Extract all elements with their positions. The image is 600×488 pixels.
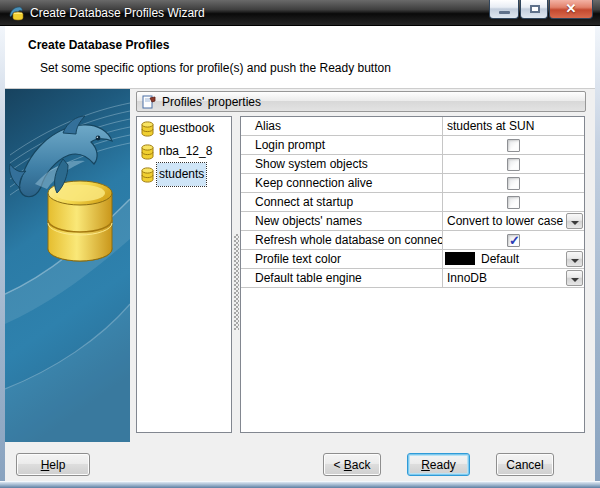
window-title: Create Database Profiles Wizard (30, 6, 205, 20)
list-item-guestbook[interactable]: guestbook (137, 117, 231, 140)
maximize-button[interactable] (520, 0, 548, 19)
new-objects-names-combobox[interactable]: Convert to lower case (443, 212, 584, 230)
profile-name: students (157, 163, 206, 186)
default-table-engine-combobox[interactable]: InnoDB (443, 269, 584, 287)
list-item-nba-12-8[interactable]: nba_12_8 (137, 140, 231, 163)
client-area: Create Database Profiles Set some specif… (5, 26, 595, 481)
table-row-default-table-engine: Default table engine InnoDB (241, 269, 584, 288)
ready-button[interactable]: Ready (407, 453, 470, 476)
color-swatch (445, 252, 475, 265)
alias-value-field[interactable]: students at SUN (443, 117, 584, 135)
profile-name: guestbook (159, 117, 214, 140)
combobox-value: Convert to lower case (443, 212, 563, 230)
dropdown-button[interactable] (566, 270, 583, 286)
splitter-handle[interactable] (233, 116, 240, 433)
keep-connection-alive-checkbox[interactable] (507, 177, 520, 190)
profile-name: nba_12_8 (159, 140, 212, 163)
page-subtitle: Set some specific options for profile(s)… (40, 61, 391, 75)
wizard-header: Create Database Profiles Set some specif… (5, 26, 595, 89)
property-label: Connect at startup (241, 193, 443, 211)
wizard-window: Create Database Profiles Wizard ✕ Create… (0, 0, 600, 488)
help-button[interactable]: Help (16, 453, 90, 476)
profile-text-color-combobox[interactable]: Default (443, 250, 584, 268)
show-system-objects-cell (443, 155, 584, 173)
property-label: Alias (241, 117, 443, 135)
properties-table: Alias students at SUN Login prompt Show … (240, 116, 585, 433)
keep-connection-alive-cell (443, 174, 584, 192)
refresh-database-cell (443, 231, 584, 249)
combobox-value: InnoDB (443, 269, 487, 287)
splitter-grip-dots (234, 234, 239, 330)
table-row-alias: Alias students at SUN (241, 117, 584, 136)
chevron-down-icon (571, 221, 579, 225)
sidebar-artwork-dolphin-logo (5, 89, 130, 442)
table-row-login-prompt: Login prompt (241, 136, 584, 155)
combobox-value: Default (481, 252, 519, 266)
database-icon (141, 121, 154, 137)
page-title: Create Database Profiles (28, 38, 169, 52)
refresh-database-checkbox[interactable] (507, 234, 520, 247)
window-border-left (0, 26, 5, 488)
chevron-down-icon (571, 259, 579, 263)
table-row-connect-at-startup: Connect at startup (241, 193, 584, 212)
property-label: Show system objects (241, 155, 443, 173)
table-row-profile-text-color: Profile text color Default (241, 250, 584, 269)
back-button[interactable]: < Back (323, 453, 381, 476)
close-button[interactable]: ✕ (549, 0, 593, 19)
database-icon (141, 167, 154, 183)
profiles-list[interactable]: guestbook nba_12_8 students (136, 116, 232, 433)
property-label: Keep connection alive (241, 174, 443, 192)
window-border-right (595, 26, 600, 488)
window-border-bottom (0, 481, 600, 488)
table-row-keep-connection-alive: Keep connection alive (241, 174, 584, 193)
table-row-show-system-objects: Show system objects (241, 155, 584, 174)
alias-value-text: students at SUN (447, 119, 534, 133)
properties-panel-title: Profiles' properties (162, 95, 261, 109)
minimize-button[interactable] (489, 0, 519, 19)
minimize-icon (499, 11, 510, 14)
table-row-new-objects-names: New objects' names Convert to lower case (241, 212, 584, 231)
connect-at-startup-cell (443, 193, 584, 211)
chevron-down-icon (571, 278, 579, 282)
database-icon (141, 144, 154, 160)
app-dolphin-icon (8, 5, 24, 21)
titlebar[interactable]: Create Database Profiles Wizard ✕ (0, 0, 600, 26)
property-label: Refresh whole database on connect (241, 231, 443, 249)
maximize-icon (530, 5, 540, 13)
connect-at-startup-checkbox[interactable] (507, 196, 520, 209)
cancel-button[interactable]: Cancel (496, 453, 554, 476)
property-label: Default table engine (241, 269, 443, 287)
login-prompt-cell (443, 136, 584, 154)
login-prompt-checkbox[interactable] (507, 139, 520, 152)
table-row-refresh-whole-database: Refresh whole database on connect (241, 231, 584, 250)
property-label: Profile text color (241, 250, 443, 268)
property-label: New objects' names (241, 212, 443, 230)
show-system-objects-checkbox[interactable] (507, 158, 520, 171)
list-item-students[interactable]: students (137, 163, 231, 186)
dropdown-button[interactable] (566, 251, 583, 267)
properties-panel-header: Profiles' properties (136, 91, 586, 112)
close-icon: ✕ (550, 1, 592, 16)
dropdown-button[interactable] (566, 213, 583, 229)
property-label: Login prompt (241, 136, 443, 154)
properties-icon (141, 94, 157, 110)
